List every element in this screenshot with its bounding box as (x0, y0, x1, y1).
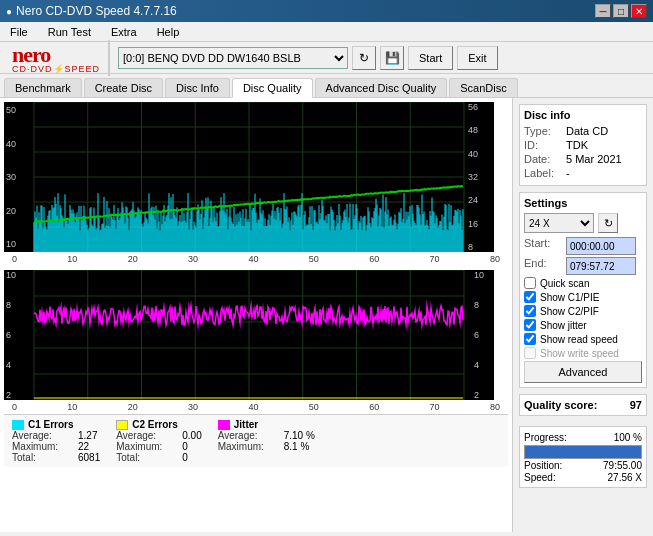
c2-avg-label: Average: (116, 430, 176, 441)
disc-info-section: Disc info Type:Data CD ID:TDK Date:5 Mar… (519, 104, 647, 186)
progress-bar-inner (525, 446, 641, 458)
bottom-chart-canvas (4, 270, 494, 400)
jitter-max-label: Maximum: (218, 441, 278, 452)
app-title: Nero CD-DVD Speed 4.7.7.16 (16, 4, 177, 18)
quick-scan-checkbox[interactable] (524, 277, 536, 289)
c2-color-box (116, 420, 128, 430)
c1-total-value: 6081 (78, 452, 100, 463)
progress-section: Progress: 100 % Position: 79:55.00 Speed… (519, 426, 647, 488)
jitter-avg-label: Average: (218, 430, 278, 441)
main-content: 01020304050607080 01020304050607080 C1 E… (0, 98, 653, 532)
exit-button[interactable]: Exit (457, 46, 497, 70)
type-label: Type: (524, 125, 562, 137)
app-icon: ● (6, 6, 12, 17)
progress-bar-outer (524, 445, 642, 459)
settings-section: Settings 24 X 8 X 16 X 32 X 40 X 48 X ↻ … (519, 192, 647, 388)
bottom-chart-wrapper (4, 270, 508, 400)
top-chart-wrapper (4, 102, 508, 252)
tab-benchmark[interactable]: Benchmark (4, 78, 82, 97)
c2-max-value: 0 (182, 441, 188, 452)
right-panel: Disc info Type:Data CD ID:TDK Date:5 Mar… (513, 98, 653, 532)
start-button[interactable]: Start (408, 46, 453, 70)
c2-label: C2 Errors (132, 419, 178, 430)
c1-max-value: 22 (78, 441, 89, 452)
c1-avg-label: Average: (12, 430, 72, 441)
legend-c2: C2 Errors Average:0.00 Maximum:0 Total:0 (116, 419, 201, 463)
date-label: Date: (524, 153, 562, 165)
advanced-button[interactable]: Advanced (524, 361, 642, 383)
speed-select[interactable]: 24 X 8 X 16 X 32 X 40 X 48 X (524, 213, 594, 233)
end-input[interactable] (566, 257, 636, 275)
c1-label: C1 Errors (28, 419, 74, 430)
nero-logo-area: nero CD·DVD⚡SPEED (4, 40, 110, 76)
show-write-speed-checkbox (524, 347, 536, 359)
menu-extra[interactable]: Extra (105, 24, 143, 40)
menu-run-test[interactable]: Run Test (42, 24, 97, 40)
menu-help[interactable]: Help (151, 24, 186, 40)
drive-select[interactable]: [0:0] BENQ DVD DD DW1640 BSLB (118, 47, 348, 69)
minimize-button[interactable]: ─ (595, 4, 611, 18)
tab-disc-quality[interactable]: Disc Quality (232, 78, 313, 98)
quick-scan-label: Quick scan (540, 278, 589, 289)
show-write-speed-label: Show write speed (540, 348, 619, 359)
c2-total-label: Total: (116, 452, 176, 463)
show-c1-pie-checkbox[interactable] (524, 291, 536, 303)
c1-total-label: Total: (12, 452, 72, 463)
progress-label: Progress: (524, 432, 567, 443)
show-c2-pif-checkbox[interactable] (524, 305, 536, 317)
label-label: Label: (524, 167, 562, 179)
refresh-icon-btn[interactable]: ↻ (352, 46, 376, 70)
tab-disc-info[interactable]: Disc Info (165, 78, 230, 97)
end-label: End: (524, 257, 562, 275)
c1-max-label: Maximum: (12, 441, 72, 452)
bottom-chart-x-labels: 01020304050607080 (4, 402, 508, 412)
start-input[interactable] (566, 237, 636, 255)
id-label: ID: (524, 139, 562, 151)
show-jitter-checkbox[interactable] (524, 319, 536, 331)
speed-value: 27.56 X (608, 472, 642, 483)
top-chart-canvas (4, 102, 494, 252)
c1-color-box (12, 420, 24, 430)
tabs-bar: Benchmark Create Disc Disc Info Disc Qua… (0, 74, 653, 98)
speed-label: Speed: (524, 472, 556, 483)
id-value: TDK (566, 139, 588, 151)
show-read-speed-label: Show read speed (540, 334, 618, 345)
tab-create-disc[interactable]: Create Disc (84, 78, 163, 97)
top-chart-x-labels: 01020304050607080 (4, 254, 508, 264)
legend-c1: C1 Errors Average:1.27 Maximum:22 Total:… (12, 419, 100, 463)
toolbar: nero CD·DVD⚡SPEED [0:0] BENQ DVD DD DW16… (0, 42, 653, 74)
title-bar: ● Nero CD-DVD Speed 4.7.7.16 ─ □ ✕ (0, 0, 653, 22)
quality-score-label: Quality score: (524, 399, 597, 411)
save-icon-btn[interactable]: 💾 (380, 46, 404, 70)
show-jitter-label: Show jitter (540, 320, 587, 331)
legend: C1 Errors Average:1.27 Maximum:22 Total:… (4, 414, 508, 467)
jitter-max-value: 8.1 % (284, 441, 310, 452)
show-read-speed-checkbox[interactable] (524, 333, 536, 345)
nero-sub: CD·DVD⚡SPEED (12, 64, 100, 74)
show-c1-pie-label: Show C1/PIE (540, 292, 599, 303)
label-value: - (566, 167, 570, 179)
c1-avg-value: 1.27 (78, 430, 97, 441)
start-label: Start: (524, 237, 562, 255)
date-value: 5 Mar 2021 (566, 153, 622, 165)
maximize-button[interactable]: □ (613, 4, 629, 18)
position-label: Position: (524, 460, 562, 471)
tab-scan-disc[interactable]: ScanDisc (449, 78, 517, 97)
refresh-speed-btn[interactable]: ↻ (598, 213, 618, 233)
quality-score-section: Quality score: 97 (519, 394, 647, 416)
legend-jitter: Jitter Average:7.10 % Maximum:8.1 % (218, 419, 315, 463)
jitter-avg-value: 7.10 % (284, 430, 315, 441)
type-value: Data CD (566, 125, 608, 137)
c2-max-label: Maximum: (116, 441, 176, 452)
jitter-label: Jitter (234, 419, 258, 430)
settings-title: Settings (524, 197, 642, 209)
quality-score-value: 97 (630, 399, 642, 411)
jitter-color-box (218, 420, 230, 430)
progress-value: 100 % (614, 432, 642, 443)
disc-info-title: Disc info (524, 109, 642, 121)
tab-advanced-disc-quality[interactable]: Advanced Disc Quality (315, 78, 448, 97)
c2-avg-value: 0.00 (182, 430, 201, 441)
close-button[interactable]: ✕ (631, 4, 647, 18)
position-value: 79:55.00 (603, 460, 642, 471)
menu-file[interactable]: File (4, 24, 34, 40)
